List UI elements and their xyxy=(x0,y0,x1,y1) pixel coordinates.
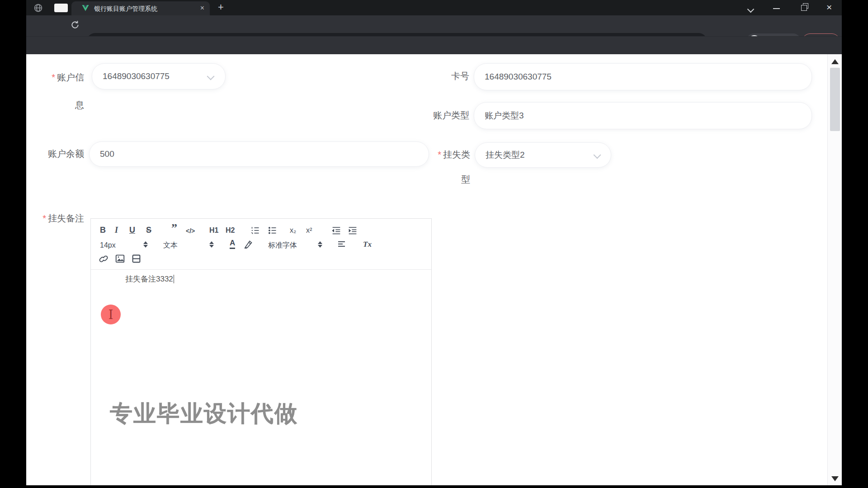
code-block-button[interactable]: </> xyxy=(186,225,195,237)
bullet-list-icon[interactable] xyxy=(268,226,277,235)
bookmarks-bar: 资料 常用 其他书签 xyxy=(26,36,842,55)
tab-strip: 银行账目账户管理系统 × + × xyxy=(26,0,842,15)
minimize-icon[interactable] xyxy=(773,8,780,9)
new-tab-button[interactable]: + xyxy=(218,1,224,13)
chevron-down-icon xyxy=(594,151,601,159)
right-black-bar xyxy=(842,0,868,488)
blank-tab-thumbnail[interactable] xyxy=(54,4,68,12)
loss-remark-editor[interactable]: B I U S ” </> H1 H2 xyxy=(90,218,432,486)
tab-title: 银行账目账户管理系统 xyxy=(94,5,193,13)
editor-toolbar: B I U S ” </> H1 H2 xyxy=(91,219,431,270)
account-info-value: 16489030630775 xyxy=(103,64,170,89)
close-window-icon[interactable]: × xyxy=(826,2,832,13)
chevron-down-icon xyxy=(207,73,215,80)
card-number-label: 卡号 xyxy=(424,63,469,89)
header2-button[interactable]: H2 xyxy=(226,225,235,236)
font-family-select[interactable]: 标准字体 xyxy=(268,239,297,251)
tab-search-chevron-icon[interactable] xyxy=(748,5,753,14)
required-asterisk: * xyxy=(438,150,441,160)
align-icon[interactable] xyxy=(337,239,346,249)
header1-button[interactable]: H1 xyxy=(209,225,218,236)
browser-toolbar: ← → i localhost:8081/#/guashi ☆ xyxy=(26,15,842,36)
italic-button[interactable]: I xyxy=(115,224,118,236)
indent-icon[interactable] xyxy=(348,226,358,235)
subscript-button[interactable]: x₂ xyxy=(290,225,296,236)
text-style-select[interactable]: 文本 xyxy=(163,239,178,251)
highlight-pen-icon[interactable] xyxy=(244,239,253,249)
card-number-value: 16489030630775 xyxy=(485,64,552,90)
font-size-select[interactable]: 14px xyxy=(100,239,116,251)
active-tab[interactable]: 银行账目账户管理系统 × xyxy=(71,1,210,15)
tab-close-icon[interactable]: × xyxy=(200,4,204,12)
page-content: *账户信 息 16489030630775 卡号 16489030630775 … xyxy=(26,54,827,485)
clear-format-button[interactable]: Tx xyxy=(363,239,372,250)
browser-window: 银行账目账户管理系统 × + × ← → i localhost:8081/#/… xyxy=(26,0,842,485)
balance-input[interactable]: 500 xyxy=(89,141,429,167)
card-number-input[interactable]: 16489030630775 xyxy=(474,63,812,90)
screen: 银行账目账户管理系统 × + × ← → i localhost:8081/#/… xyxy=(0,0,868,488)
balance-value: 500 xyxy=(100,142,114,166)
strikethrough-button[interactable]: S xyxy=(146,224,151,236)
loss-type-value: 挂失类型2 xyxy=(486,143,525,167)
text-cursor-indicator: I xyxy=(101,305,121,324)
link-icon[interactable] xyxy=(99,254,108,263)
required-asterisk: * xyxy=(42,213,46,223)
loss-type-label: *挂失类 xyxy=(415,142,470,167)
media-icon[interactable] xyxy=(132,254,141,263)
outdent-icon[interactable] xyxy=(331,226,341,235)
underline-button[interactable]: U xyxy=(129,224,135,236)
bold-button[interactable]: B xyxy=(100,224,106,236)
required-asterisk: * xyxy=(52,72,55,82)
font-family-arrows-icon[interactable] xyxy=(318,241,322,248)
restore-window-icon[interactable] xyxy=(801,5,807,11)
account-info-select[interactable]: 16489030630775 xyxy=(92,63,226,89)
font-size-arrows-icon[interactable] xyxy=(143,241,148,248)
account-type-value: 账户类型3 xyxy=(485,103,524,129)
loss-remark-label: *挂失备注 xyxy=(39,212,84,225)
text-style-arrows-icon[interactable] xyxy=(209,241,214,248)
loss-type-select[interactable]: 挂失类型2 xyxy=(475,142,611,168)
account-type-label: 账户类型 xyxy=(424,102,469,128)
scrollbar-thumb[interactable] xyxy=(830,68,840,131)
vue-favicon xyxy=(81,5,90,14)
ordered-list-icon[interactable] xyxy=(251,226,260,235)
account-info-label: *账户信 xyxy=(39,71,84,84)
blockquote-button[interactable]: ” xyxy=(171,222,177,234)
text-color-button[interactable]: A xyxy=(230,239,235,249)
reload-icon[interactable] xyxy=(71,20,80,31)
editor-content-text[interactable]: 挂失备注3332 xyxy=(125,274,174,284)
page-scrollbar[interactable] xyxy=(827,54,842,485)
scroll-down-icon[interactable] xyxy=(831,476,839,481)
left-black-bar xyxy=(0,0,26,488)
balance-label: 账户余额 xyxy=(39,141,84,166)
account-type-input[interactable]: 账户类型3 xyxy=(474,102,812,129)
watermark-text: 专业毕业设计代做 xyxy=(110,399,298,429)
loss-type-label-line2: 型 xyxy=(415,168,470,191)
bottom-black-bar xyxy=(0,485,868,488)
image-icon[interactable] xyxy=(115,254,125,263)
scroll-up-icon[interactable] xyxy=(831,59,839,64)
superscript-button[interactable]: x² xyxy=(306,225,312,236)
account-info-label-line2: 息 xyxy=(39,99,84,111)
globe-icon[interactable] xyxy=(33,3,43,14)
